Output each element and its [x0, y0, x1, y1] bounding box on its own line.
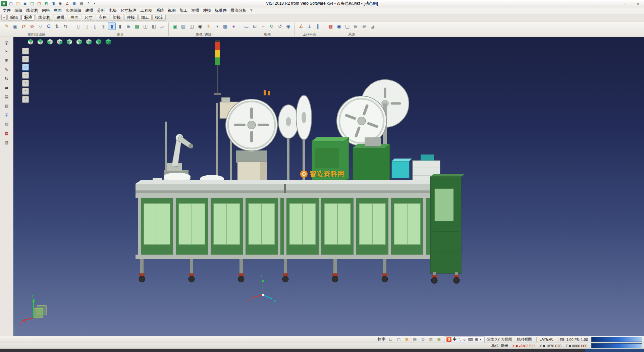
- open-folder-icon[interactable]: ◰: [15, 1, 21, 7]
- menu-item[interactable]: 冲模: [203, 8, 211, 13]
- menu-item[interactable]: 系统: [156, 8, 164, 13]
- ime-keyboard-icon[interactable]: ⌨: [468, 338, 473, 341]
- ime-skin-icon[interactable]: ◐: [480, 338, 482, 341]
- attribute-brush-icon[interactable]: ✎: [3, 23, 11, 30]
- select-filter-icon[interactable]: ☐: [388, 337, 394, 342]
- lighting-icon[interactable]: ☀: [205, 23, 212, 30]
- menu-item[interactable]: 加工: [179, 8, 187, 13]
- view-slot-2[interactable]: ▯: [22, 56, 29, 62]
- view-slot-3[interactable]: ▯: [22, 64, 29, 71]
- view-right-button[interactable]: [75, 38, 83, 45]
- trim-tool-icon[interactable]: ✂: [2, 48, 11, 55]
- help-icon[interactable]: ?: [85, 1, 92, 7]
- attribute-copy-icon[interactable]: ▣: [11, 23, 19, 30]
- split-vertical-icon[interactable]: ⇅: [53, 23, 61, 30]
- tab-die[interactable]: 冲模: [124, 15, 138, 20]
- menu-item[interactable]: 网格: [42, 8, 50, 13]
- ime-language[interactable]: 中: [453, 337, 457, 342]
- workplane-normal-icon[interactable]: ∥: [314, 23, 322, 30]
- view-top-button[interactable]: [36, 38, 44, 45]
- compare-view-icon[interactable]: ◫: [142, 23, 149, 30]
- window-status-icon[interactable]: ▢: [396, 337, 402, 342]
- maximize-button[interactable]: □: [620, 0, 632, 7]
- visibility-icon[interactable]: ◉: [284, 23, 292, 30]
- edit-tool-icon[interactable]: ✎: [2, 66, 11, 73]
- ime-toolbox-icon[interactable]: ⊞: [475, 338, 478, 341]
- background-icon[interactable]: ▦: [221, 23, 229, 30]
- report-tool-icon[interactable]: ▧: [2, 138, 11, 146]
- zoom-tool-icon[interactable]: ◎: [2, 39, 11, 46]
- menu-item[interactable]: 线架构: [26, 8, 38, 13]
- new-file-icon[interactable]: ▢: [8, 1, 14, 7]
- ghost-mode-icon[interactable]: ▯: [91, 23, 99, 30]
- layer-tool-icon[interactable]: ▤: [2, 93, 11, 100]
- attribute-swap-icon[interactable]: ⇄: [20, 23, 28, 30]
- selection-magnet-icon[interactable]: Ω: [45, 23, 53, 30]
- move-tool-icon[interactable]: ⇄: [2, 84, 11, 91]
- cube-view-icon[interactable]: ◩: [43, 1, 49, 7]
- tab-mould[interactable]: 塑模: [110, 15, 123, 20]
- zoom-fit-icon[interactable]: ⊡: [251, 23, 259, 30]
- color-table-icon[interactable]: ▦: [327, 23, 334, 30]
- chart-status-icon[interactable]: ▦: [436, 337, 442, 342]
- tab-edit[interactable]: 编辑: [7, 15, 21, 20]
- orbit-icon[interactable]: ↻: [268, 23, 275, 30]
- tab-standard[interactable]: 标准: [21, 15, 35, 20]
- view-slot-1[interactable]: ▯: [22, 48, 29, 54]
- filter-off-icon[interactable]: ⊘: [28, 23, 36, 30]
- network-icon[interactable]: ◉: [335, 23, 343, 30]
- menu-item[interactable]: 视图: [168, 8, 176, 13]
- material-icon[interactable]: ●: [230, 23, 237, 30]
- tab-flow[interactable]: 模流: [152, 15, 166, 20]
- image-status-icon[interactable]: ▣: [404, 337, 410, 342]
- image-stack-icon[interactable]: ◫: [188, 23, 196, 30]
- grid-settings-icon[interactable]: ⊞: [352, 23, 360, 30]
- erase-tool-icon[interactable]: ▨: [2, 120, 11, 128]
- bounding-box-icon[interactable]: ⊞: [125, 23, 132, 30]
- tabbar-dropdown-icon[interactable]: ▾: [1, 15, 7, 20]
- units-icon[interactable]: ◢: [369, 23, 376, 30]
- flat-shade-mode-icon[interactable]: ▮: [100, 23, 107, 30]
- tab-application[interactable]: 应用: [96, 15, 109, 20]
- layers-icon[interactable]: ▤: [78, 1, 85, 7]
- layer-button[interactable]: LAYER0: [536, 337, 556, 342]
- previous-view-icon[interactable]: ↺: [276, 23, 284, 30]
- notebook-status-icon[interactable]: ▥: [428, 337, 434, 342]
- measure-icon[interactable]: ∠: [64, 1, 70, 7]
- menu-item[interactable]: 塑模: [191, 8, 199, 13]
- close-button[interactable]: ×: [632, 0, 644, 7]
- tab-modeling[interactable]: 建模: [54, 15, 67, 20]
- half-view-icon[interactable]: ◧: [150, 23, 158, 30]
- filter-icon[interactable]: ▽: [37, 23, 44, 30]
- wireframe-mode-icon[interactable]: ▯: [74, 23, 82, 30]
- tab-wireframe[interactable]: 线架构: [36, 15, 53, 20]
- image-capture-icon[interactable]: ▣: [171, 23, 179, 30]
- palette-tool-icon[interactable]: ▦: [2, 129, 11, 137]
- save-icon[interactable]: ◼: [22, 1, 28, 7]
- snap-tool-icon[interactable]: ⊞: [2, 57, 11, 64]
- view-dynamic-button[interactable]: [104, 38, 112, 45]
- ime-logo-icon[interactable]: S: [446, 337, 451, 342]
- clipboard-status-icon[interactable]: ▤: [412, 337, 418, 342]
- zoom-window-icon[interactable]: ▭: [243, 23, 250, 30]
- menu-item[interactable]: 建模: [85, 8, 93, 13]
- ime-emoji-icon[interactable]: ☺: [463, 338, 467, 341]
- qat-dropdown-icon[interactable]: ▾: [92, 1, 97, 7]
- split-horizontal-icon[interactable]: ⇆: [62, 23, 69, 30]
- section-view-icon[interactable]: ▩: [133, 23, 141, 30]
- render-icon[interactable]: ◨: [50, 1, 56, 7]
- view-list-button[interactable]: ≡: [17, 38, 25, 45]
- display-settings-icon[interactable]: ▢: [343, 23, 351, 30]
- tab-machining[interactable]: 加工: [138, 15, 152, 20]
- view-left-button[interactable]: [65, 38, 73, 45]
- viewport-3d[interactable]: Y X Y X Z ≡: [13, 37, 644, 336]
- tab-surface[interactable]: 曲面: [68, 15, 81, 20]
- image-edit-icon[interactable]: ▨: [179, 23, 187, 30]
- workplane-create-icon[interactable]: ∠: [297, 23, 305, 30]
- menu-item[interactable]: 实体编辑: [65, 8, 82, 13]
- menu-item[interactable]: 文件: [3, 8, 11, 13]
- view-iso-button[interactable]: [26, 38, 35, 45]
- view-front-button[interactable]: [46, 38, 54, 45]
- pan-icon[interactable]: ⇔: [259, 23, 267, 30]
- shaded-edges-mode-icon[interactable]: ▮: [108, 23, 116, 30]
